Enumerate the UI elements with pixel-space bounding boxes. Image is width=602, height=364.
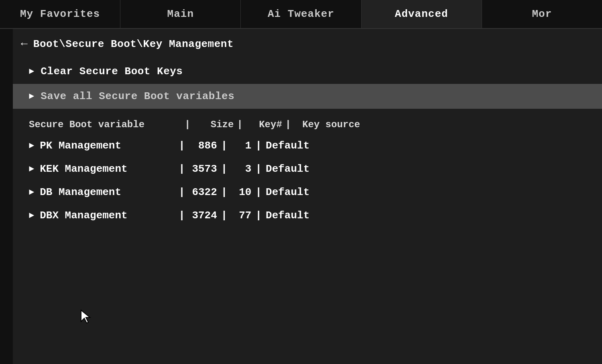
- row-name: PK Management: [40, 140, 176, 152]
- col-header-source: Key source: [302, 119, 374, 130]
- col-header-variable: Secure Boot variable: [29, 119, 181, 130]
- row-size: 3573: [189, 163, 217, 175]
- top-nav: My Favorites Main Ai Tweaker Advanced Mo…: [0, 0, 602, 29]
- col-header-size: Size: [193, 119, 234, 130]
- nav-item-my-favorites[interactable]: My Favorites: [0, 0, 120, 28]
- nav-item-main[interactable]: Main: [120, 0, 241, 28]
- row-sep2: |: [221, 140, 228, 152]
- breadcrumb-path: Boot\Secure Boot\Key Management: [33, 38, 234, 50]
- main-content: ← Boot\Secure Boot\Key Management ► Clea…: [0, 29, 602, 364]
- left-stripe: [0, 29, 13, 364]
- row-keynum: 77: [231, 209, 251, 222]
- table-row-kek-management[interactable]: ► KEK Management | 3573 | 3 | Default: [13, 157, 602, 181]
- menu-item-label: Save all Secure Boot variables: [41, 90, 234, 102]
- menu-arrow-icon: ►: [29, 92, 34, 102]
- table-row-pk-management[interactable]: ► PK Management | 886 | 1 | Default: [13, 134, 602, 157]
- nav-item-more[interactable]: Mor: [482, 0, 602, 28]
- row-keynum: 3: [231, 163, 251, 175]
- table-row-db-management[interactable]: ► DB Management | 6322 | 10 | Default: [13, 181, 602, 204]
- row-sep2: |: [221, 209, 228, 222]
- row-sep3: |: [255, 209, 262, 222]
- row-keynum: 10: [231, 186, 251, 198]
- row-sep2: |: [221, 163, 228, 175]
- menu-item-label: Clear Secure Boot Keys: [41, 65, 183, 77]
- menu-item-save-all-secure-boot-variables[interactable]: ► Save all Secure Boot variables: [13, 84, 602, 109]
- row-size: 886: [189, 140, 217, 152]
- row-arrow-icon: ►: [29, 164, 34, 174]
- back-arrow[interactable]: ←: [21, 38, 28, 50]
- row-source: Default: [266, 209, 309, 222]
- col-sep-1: |: [185, 119, 190, 130]
- row-arrow-icon: ►: [29, 187, 34, 197]
- table-header: Secure Boot variable | Size | Key# | Key…: [13, 112, 602, 134]
- col-sep-2: |: [237, 119, 242, 130]
- row-sep3: |: [255, 186, 262, 198]
- row-sep: |: [179, 163, 185, 175]
- row-sep2: |: [221, 186, 228, 198]
- row-sep: |: [179, 186, 185, 198]
- menu-item-clear-secure-boot-keys[interactable]: ► Clear Secure Boot Keys: [13, 59, 602, 84]
- row-source: Default: [266, 163, 309, 175]
- row-sep3: |: [255, 163, 262, 175]
- row-keynum: 1: [231, 140, 251, 152]
- breadcrumb: ← Boot\Secure Boot\Key Management: [13, 29, 602, 59]
- nav-item-ai-tweaker[interactable]: Ai Tweaker: [241, 0, 361, 28]
- row-arrow-icon: ►: [29, 211, 34, 221]
- nav-item-advanced[interactable]: Advanced: [362, 0, 482, 28]
- row-sep: |: [179, 209, 185, 222]
- row-name: DB Management: [40, 186, 176, 198]
- col-header-keynum: Key#: [246, 119, 282, 130]
- row-name: KEK Management: [40, 163, 176, 175]
- row-sep3: |: [255, 140, 262, 152]
- row-size: 6322: [189, 186, 217, 198]
- table-row-dbx-management[interactable]: ► DBX Management | 3724 | 77 | Default: [13, 204, 602, 227]
- row-name: DBX Management: [40, 209, 176, 222]
- menu-arrow-icon: ►: [29, 67, 34, 77]
- content-area: ← Boot\Secure Boot\Key Management ► Clea…: [13, 29, 602, 364]
- row-source: Default: [266, 186, 309, 198]
- row-arrow-icon: ►: [29, 141, 34, 151]
- row-sep: |: [179, 140, 185, 152]
- row-source: Default: [266, 140, 309, 152]
- row-size: 3724: [189, 209, 217, 222]
- col-sep-3: |: [285, 119, 291, 130]
